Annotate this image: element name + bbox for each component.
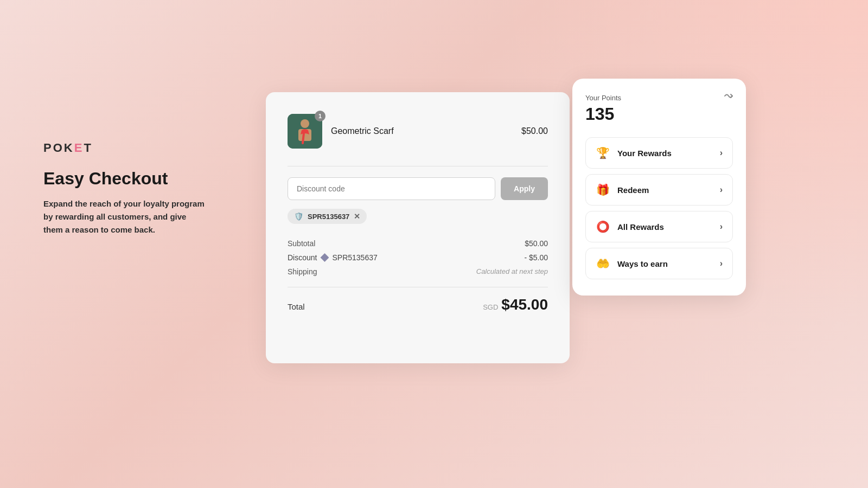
logo: POKET — [43, 141, 206, 155]
menu-item-your-rewards[interactable]: 🏆 Your Rewards › — [585, 137, 733, 169]
coupon-shield-icon: 🛡️ — [294, 212, 303, 221]
your-rewards-chevron: › — [720, 148, 723, 158]
total-row: Total SGD $45.00 — [288, 296, 548, 313]
discount-label: Discount SPR5135637 — [288, 253, 378, 262]
ways-to-earn-label: Ways to earn — [617, 259, 668, 268]
shipping-row: Shipping Calculated at next step — [288, 267, 548, 276]
menu-item-left-redeem: 🎁 Redeem — [596, 183, 649, 196]
rewards-menu: 🏆 Your Rewards › 🎁 Redeem › ⭕ All Reward… — [585, 137, 733, 279]
coupon-remove-button[interactable]: ✕ — [354, 213, 360, 220]
order-summary: Subtotal $50.00 Discount SPR5135637 - $5… — [288, 239, 548, 276]
rewards-close-button[interactable] — [721, 88, 736, 104]
tagline-heading: Easy Checkout — [43, 168, 206, 189]
product-image-wrap: 1 — [288, 114, 322, 149]
shipping-value: Calculated at next step — [476, 267, 548, 276]
redeem-chevron: › — [720, 185, 723, 195]
checkout-card: 1 Geometric Scarf $50.00 Apply 🛡️ SPR513… — [266, 92, 570, 363]
subtotal-row: Subtotal $50.00 — [288, 239, 548, 248]
shipping-label: Shipping — [288, 267, 317, 276]
discount-input[interactable] — [288, 177, 495, 200]
menu-item-redeem[interactable]: 🎁 Redeem › — [585, 174, 733, 206]
product-name: Geometric Scarf — [331, 126, 394, 136]
subtotal-label: Subtotal — [288, 239, 315, 248]
menu-item-all-rewards[interactable]: ⭕ All Rewards › — [585, 211, 733, 242]
menu-item-left-your-rewards: 🏆 Your Rewards — [596, 146, 672, 159]
menu-item-ways-to-earn[interactable]: 🤲 Ways to earn › — [585, 248, 733, 279]
total-label: Total — [288, 302, 305, 311]
menu-item-left-all-rewards: ⭕ All Rewards — [596, 220, 664, 233]
rewards-panel: Your Points 135 🏆 Your Rewards › 🎁 Redee… — [572, 79, 746, 296]
all-rewards-label: All Rewards — [617, 222, 664, 232]
divider-1 — [288, 166, 548, 166]
diamond-icon — [320, 253, 329, 262]
apply-button[interactable]: Apply — [501, 177, 548, 200]
points-value: 135 — [585, 104, 733, 124]
total-amount: $45.00 — [501, 296, 548, 313]
points-label: Your Points — [585, 94, 733, 102]
tagline-body: Expand the reach of your loyalty program… — [43, 197, 206, 236]
left-branding: POKET Easy Checkout Expand the reach of … — [43, 141, 206, 236]
ways-to-earn-icon: 🤲 — [596, 257, 610, 270]
product-badge: 1 — [315, 111, 326, 121]
redeem-icon: 🎁 — [596, 183, 610, 196]
your-rewards-label: Your Rewards — [617, 149, 672, 158]
discount-text: Discount — [288, 253, 317, 262]
product-row: 1 Geometric Scarf $50.00 — [288, 114, 548, 149]
close-icon — [723, 90, 735, 102]
redeem-label: Redeem — [617, 185, 649, 195]
discount-value: - $5.00 — [524, 253, 548, 262]
product-left: 1 Geometric Scarf — [288, 114, 394, 149]
total-currency: SGD — [483, 303, 498, 311]
all-rewards-icon: ⭕ — [596, 220, 610, 233]
all-rewards-chevron: › — [720, 222, 723, 232]
discount-code-row[interactable]: Apply — [288, 177, 548, 200]
total-amount-wrap: SGD $45.00 — [483, 296, 548, 313]
coupon-tag: 🛡️ SPR5135637 ✕ — [288, 209, 367, 224]
product-price: $50.00 — [521, 126, 548, 136]
divider-2 — [288, 287, 548, 287]
subtotal-value: $50.00 — [525, 239, 548, 248]
menu-item-left-ways-to-earn: 🤲 Ways to earn — [596, 257, 668, 270]
ways-to-earn-chevron: › — [720, 259, 723, 268]
logo-text: POKET — [43, 141, 93, 155]
svg-point-1 — [301, 119, 309, 128]
coupon-code: SPR5135637 — [308, 213, 349, 221]
discount-row: Discount SPR5135637 - $5.00 — [288, 253, 548, 262]
your-rewards-icon: 🏆 — [596, 146, 610, 159]
discount-coupon-code: SPR5135637 — [332, 253, 377, 262]
